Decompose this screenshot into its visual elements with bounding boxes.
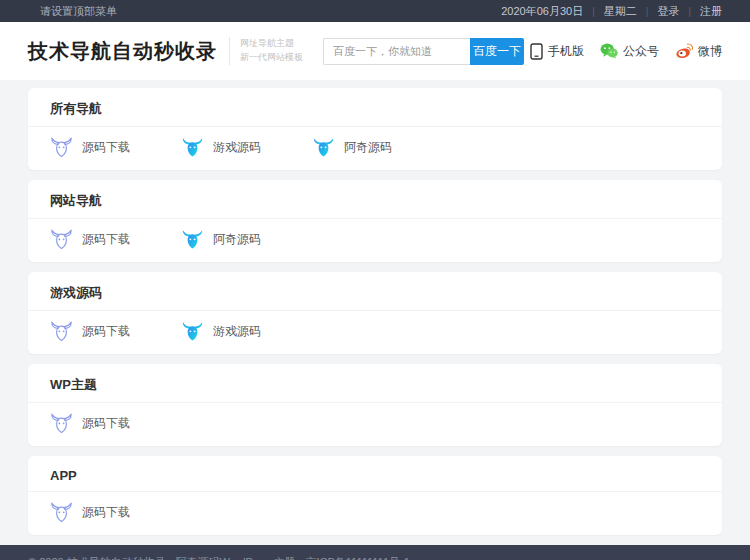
nav-item-label: 源码下载 xyxy=(82,415,130,432)
section-items: 源码下载 xyxy=(28,492,722,535)
search-input[interactable] xyxy=(323,38,470,65)
nav-section-card: 所有导航 源码下载 游戏源码 阿奇源码 xyxy=(28,88,722,170)
weibo-link[interactable]: 微博 xyxy=(675,43,722,60)
mobile-version-label: 手机版 xyxy=(548,43,584,60)
section-items: 源码下载 阿奇源码 xyxy=(28,219,722,262)
wechat-icon xyxy=(600,43,618,59)
nav-section-card: WP主题 源码下载 xyxy=(28,364,722,446)
wechat-official-label: 公众号 xyxy=(623,43,659,60)
bull-outline-icon xyxy=(50,228,73,251)
nav-link-item[interactable]: 源码下载 xyxy=(50,412,181,435)
bull-outline-icon xyxy=(50,320,73,343)
bull-outline-icon xyxy=(50,136,73,159)
section-items: 源码下载 游戏源码 阿奇源码 xyxy=(28,127,722,170)
nav-link-item[interactable]: 游戏源码 xyxy=(181,136,312,159)
site-tagline: 网址导航主题 新一代网站模板 xyxy=(229,37,303,65)
topbar-weekday: 星期二 xyxy=(604,4,637,19)
nav-item-label: 阿奇源码 xyxy=(344,139,392,156)
section-items: 源码下载 游戏源码 xyxy=(28,311,722,354)
divider: | xyxy=(688,6,691,17)
wechat-official-link[interactable]: 公众号 xyxy=(600,43,659,60)
nav-link-item[interactable]: 源码下载 xyxy=(50,228,181,251)
nav-section-card: APP 源码下载 xyxy=(28,456,722,535)
bull-filled-icon xyxy=(181,228,204,251)
bull-filled-icon xyxy=(312,136,335,159)
register-link[interactable]: 注册 xyxy=(700,4,722,19)
nav-item-label: 源码下载 xyxy=(82,504,130,521)
section-title: WP主题 xyxy=(28,364,722,402)
section-title: APP xyxy=(28,456,722,491)
topbar-menu-hint[interactable]: 请设置顶部菜单 xyxy=(28,4,117,19)
login-link[interactable]: 登录 xyxy=(657,4,679,19)
weibo-icon xyxy=(675,43,693,59)
bull-outline-icon xyxy=(50,412,73,435)
nav-link-item[interactable]: 源码下载 xyxy=(50,501,181,524)
nav-item-label: 游戏源码 xyxy=(213,139,261,156)
nav-link-item[interactable]: 阿奇源码 xyxy=(181,228,312,251)
nav-link-item[interactable]: 源码下载 xyxy=(50,136,181,159)
weibo-label: 微博 xyxy=(698,43,722,60)
section-title: 游戏源码 xyxy=(28,272,722,310)
search-bar: 百度一下 xyxy=(323,38,524,65)
header-links: 手机版 公众号 微博 xyxy=(530,43,722,60)
bull-filled-icon xyxy=(181,320,204,343)
divider: | xyxy=(592,6,595,17)
section-items: 源码下载 xyxy=(28,403,722,446)
bull-outline-icon xyxy=(50,501,73,524)
section-title: 所有导航 xyxy=(28,88,722,126)
site-title[interactable]: 技术导航自动秒收录 xyxy=(28,38,217,65)
mobile-phone-icon xyxy=(530,43,543,60)
nav-sections: 所有导航 源码下载 游戏源码 阿奇源码 xyxy=(0,80,750,545)
topbar-right: 2020年06月30日 | 星期二 | 登录 | 注册 xyxy=(501,4,722,19)
topbar-date: 2020年06月30日 xyxy=(501,4,583,19)
search-button[interactable]: 百度一下 xyxy=(470,38,524,65)
nav-link-item[interactable]: 源码下载 xyxy=(50,320,181,343)
tagline-line2: 新一代网站模板 xyxy=(240,51,303,65)
nav-item-label: 源码下载 xyxy=(82,323,130,340)
nav-link-item[interactable]: 游戏源码 xyxy=(181,320,312,343)
nav-item-label: 源码下载 xyxy=(82,139,130,156)
nav-item-label: 游戏源码 xyxy=(213,323,261,340)
site-footer: © 2020 技术导航自动秒收录 - 阿奇源码WordPress主题 · 京IC… xyxy=(0,545,750,560)
section-title: 网站导航 xyxy=(28,180,722,218)
divider: | xyxy=(646,6,649,17)
nav-section-card: 游戏源码 源码下载 游戏源码 xyxy=(28,272,722,354)
nav-item-label: 阿奇源码 xyxy=(213,231,261,248)
topbar: 请设置顶部菜单 2020年06月30日 | 星期二 | 登录 | 注册 xyxy=(0,0,750,22)
tagline-line1: 网址导航主题 xyxy=(240,37,303,51)
copyright-text: © 2020 技术导航自动秒收录 - 阿奇源码WordPress主题 · 京IC… xyxy=(28,555,410,560)
nav-section-card: 网站导航 源码下载 阿奇源码 xyxy=(28,180,722,262)
bull-filled-icon xyxy=(181,136,204,159)
nav-item-label: 源码下载 xyxy=(82,231,130,248)
nav-link-item[interactable]: 阿奇源码 xyxy=(312,136,443,159)
mobile-version-link[interactable]: 手机版 xyxy=(530,43,584,60)
site-header: 技术导航自动秒收录 网址导航主题 新一代网站模板 百度一下 手机版 xyxy=(0,22,750,80)
